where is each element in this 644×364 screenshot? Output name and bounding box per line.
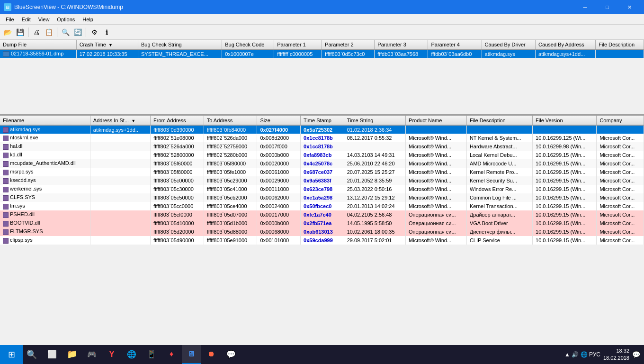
driver-table-row[interactable]: werkernel.sysfffff803`05c30000fffff803`0… <box>0 185 644 193</box>
toolbar-save-button[interactable]: 💾 <box>14 27 26 38</box>
minimize-button[interactable]: ─ <box>574 0 596 14</box>
system-tray: ▲ 🔊 🌐 РУС <box>564 351 600 358</box>
taskbar-task-view[interactable]: ⬜ <box>43 345 62 364</box>
taskbar-explorer[interactable]: 📁 <box>63 345 81 364</box>
driver-table-row[interactable]: ksecdd.sysfffff803`05c00000fffff803`05c2… <box>0 176 644 185</box>
driver-table-row[interactable]: kd.dllfffff802`52800000fffff802`5280b000… <box>0 151 644 159</box>
title-bar: 🖥 BlueScreenView - C:\WINDOWS\Minidump ─… <box>0 0 644 14</box>
menu-edit[interactable]: Edit <box>18 16 35 23</box>
taskbar-chat[interactable]: 💬 <box>222 345 241 364</box>
col-product-name[interactable]: Product Name <box>406 116 467 125</box>
sort-arrow-addr: ▼ <box>131 118 135 123</box>
driver-table-row[interactable]: hal.dllfffff802`526da000fffff802`5275900… <box>0 142 644 151</box>
driver-table-row[interactable]: mcupdate_AuthenticAMD.dllfffff803`05f600… <box>0 159 644 168</box>
driver-table-row[interactable]: tm.sysfffff803`05cc0000fffff803`05ce4000… <box>0 202 644 210</box>
window-title: BlueScreenView - C:\WINDOWS\Minidump <box>14 4 123 10</box>
toolbar-extra-button[interactable]: ⚙ <box>89 27 100 38</box>
driver-list-pane[interactable]: Filename Address In St... ▼ From Address… <box>0 116 644 354</box>
toolbar-separator-3 <box>86 27 86 37</box>
driver-table-row[interactable]: clipsp.sysfffff803`05d90000fffff803`05e9… <box>0 236 644 245</box>
col-from-address[interactable]: From Address <box>151 116 204 125</box>
toolbar-copy-button[interactable]: 📋 <box>43 27 54 38</box>
col-filename[interactable]: Filename <box>0 116 90 125</box>
taskbar-right: ▲ 🔊 🌐 РУС 18:32 18.02.2018 💬 <box>564 347 644 362</box>
clock-time: 18:32 <box>603 347 629 355</box>
main-content: Dump File Crash Time ▼ Bug Check String … <box>0 40 644 354</box>
crash-table: Dump File Crash Time ▼ Bug Check String … <box>0 40 644 58</box>
toolbar: 📂 💾 🖨 📋 🔍 🔄 ⚙ ℹ <box>0 25 644 40</box>
driver-table: Filename Address In St... ▼ From Address… <box>0 116 644 245</box>
col-size[interactable]: Size <box>257 116 301 125</box>
taskbar-yandex[interactable]: Y <box>102 345 121 364</box>
toolbar-separator-1 <box>28 27 28 37</box>
notification-icon[interactable]: 💬 <box>632 351 640 358</box>
driver-table-row[interactable]: FLTMGR.SYSfffff803`05d20000fffff803`05d8… <box>0 228 644 236</box>
toolbar-info-button[interactable]: ℹ <box>101 27 112 38</box>
menu-bar: File Edit View Options Help <box>0 14 644 25</box>
col-time-string[interactable]: Time String <box>344 116 405 125</box>
col-caused-by-addr[interactable]: Caused By Address <box>536 40 596 49</box>
clock-date: 18.02.2018 <box>603 355 629 362</box>
driver-table-row[interactable]: BOOTVID.dllfffff803`05d10000fffff803`05d… <box>0 219 644 228</box>
taskbar-record[interactable]: ⏺ <box>202 345 221 364</box>
col-time-stamp[interactable]: Time Stamp <box>301 116 344 125</box>
driver-table-row[interactable]: msrpc.sysfffff803`05f80000fffff803`05fe1… <box>0 168 644 176</box>
start-button[interactable]: ⊞ <box>0 345 23 364</box>
col-file-description[interactable]: File Description <box>466 116 532 125</box>
search-button[interactable]: 🔍 <box>23 345 41 364</box>
maximize-button[interactable]: □ <box>597 0 618 14</box>
taskbar: ⊞ 🔍 ⬜ 📁 🎮 Y 🌐 📱 ♦ 🖥 ⏺ 💬 ▲ 🔊 🌐 РУС 18:32 … <box>0 345 644 364</box>
toolbar-refresh-button[interactable]: 🔄 <box>72 27 83 38</box>
col-company[interactable]: Company <box>597 116 644 125</box>
col-param3[interactable]: Parameter 3 <box>375 40 428 49</box>
col-crash-time[interactable]: Crash Time ▼ <box>76 40 138 49</box>
driver-table-row[interactable]: atikmdag.sysatikmdag.sys+1dd...fffff803`… <box>0 125 644 134</box>
col-bug-code[interactable]: Bug Check Code <box>222 40 274 49</box>
driver-table-row[interactable]: CLFS.SYSfffff803`05c50000fffff803`05cb20… <box>0 193 644 202</box>
sort-arrow-crash: ▼ <box>108 43 113 47</box>
driver-table-row[interactable]: PSHED.dllfffff803`05cf0000fffff803`05d07… <box>0 210 644 219</box>
col-param1[interactable]: Parameter 1 <box>274 40 322 49</box>
taskbar-steam[interactable]: 🎮 <box>82 345 101 364</box>
menu-view[interactable]: View <box>35 16 54 23</box>
driver-table-row[interactable]: ntoskrnl.exefffff802`51e08000fffff802`52… <box>0 134 644 142</box>
close-button[interactable]: ✕ <box>619 0 640 14</box>
crash-table-row[interactable]: 021718-35859-01.dmp17.02.2018 10:33:35SY… <box>0 49 644 58</box>
col-file-desc[interactable]: File Description <box>596 40 644 49</box>
taskbar-bluescreen[interactable]: 🖥 <box>182 345 201 364</box>
menu-options[interactable]: Options <box>53 16 79 23</box>
col-param4[interactable]: Parameter 4 <box>428 40 482 49</box>
col-bug-string[interactable]: Bug Check String <box>138 40 222 49</box>
menu-help[interactable]: Help <box>79 16 97 23</box>
toolbar-find-button[interactable]: 🔍 <box>60 27 71 38</box>
col-file-version[interactable]: File Version <box>533 116 597 125</box>
taskbar-browser[interactable]: 🌐 <box>122 345 141 364</box>
window-controls: ─ □ ✕ <box>574 0 640 14</box>
toolbar-open-button[interactable]: 📂 <box>2 27 13 38</box>
app-icon: 🖥 <box>4 3 11 11</box>
col-address-in-stack[interactable]: Address In St... ▼ <box>90 116 150 125</box>
menu-file[interactable]: File <box>2 16 18 23</box>
taskbar-game[interactable]: ♦ <box>162 345 181 364</box>
taskbar-phone[interactable]: 📱 <box>142 345 161 364</box>
clock: 18:32 18.02.2018 <box>603 347 629 362</box>
toolbar-print-button[interactable]: 🖨 <box>31 27 42 38</box>
toolbar-separator-2 <box>57 27 57 37</box>
col-param2[interactable]: Parameter 2 <box>322 40 375 49</box>
crash-list-pane[interactable]: Dump File Crash Time ▼ Bug Check String … <box>0 40 644 116</box>
col-caused-by-driver[interactable]: Caused By Driver <box>482 40 536 49</box>
taskbar-items: ⬜ 📁 🎮 Y 🌐 📱 ♦ 🖥 ⏺ 💬 <box>41 345 242 364</box>
col-dump-file[interactable]: Dump File <box>0 40 76 49</box>
col-to-address[interactable]: To Address <box>204 116 257 125</box>
